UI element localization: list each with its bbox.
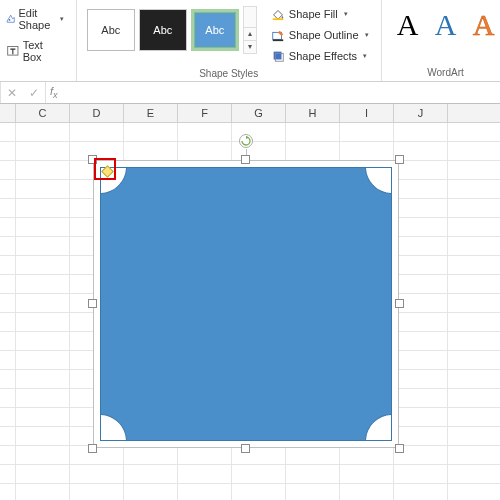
shape-fill-button[interactable]: Shape Fill ▾ (267, 4, 373, 24)
style-swatch-3-selected[interactable]: Abc (191, 9, 239, 51)
column-header-f[interactable]: F (178, 104, 232, 122)
selection-outline (93, 160, 399, 448)
edit-shape-icon (6, 12, 15, 26)
column-headers: C D E F G H I J (0, 104, 500, 123)
rotate-handle[interactable] (239, 134, 253, 148)
wordart-style-3[interactable]: A (466, 4, 500, 46)
spreadsheet-grid: C D E F G H I J (0, 104, 500, 500)
group-label-insert (34, 66, 37, 82)
formula-cancel-button[interactable]: ✕ (1, 86, 23, 100)
group-wordart: A A A WordArt (382, 0, 500, 81)
resize-handle-w[interactable] (88, 299, 97, 308)
shape-outline-label: Shape Outline (289, 29, 359, 41)
column-header-c[interactable]: C (16, 104, 70, 122)
shape-effects-label: Shape Effects (289, 50, 357, 62)
group-label-wordart: WordArt (427, 65, 464, 81)
formula-bar: ✕ ✓ fx (0, 82, 500, 104)
chevron-down-icon: ▾ (363, 52, 367, 60)
chevron-down-icon: ▾ (60, 15, 64, 23)
resize-handle-n[interactable] (241, 155, 250, 164)
effects-icon (271, 49, 285, 63)
selected-shape[interactable] (93, 160, 399, 448)
wordart-style-1[interactable]: A (390, 4, 426, 46)
chevron-up-icon: ▴ (244, 27, 256, 40)
group-insert-shapes: Edit Shape ▾ Text Box (0, 0, 77, 81)
edit-shape-label: Edit Shape (18, 7, 54, 31)
wordart-gallery: A A A (390, 4, 500, 46)
fx-icon[interactable]: fx (46, 85, 58, 100)
formula-accept-button[interactable]: ✓ (23, 86, 45, 100)
group-shape-styles: Abc Abc Abc ▴ ▾ Shape Fill ▾ (77, 0, 382, 81)
column-header-partial[interactable] (0, 104, 16, 122)
group-label-shape-styles: Shape Styles (199, 66, 258, 82)
column-header-g[interactable]: G (232, 104, 286, 122)
resize-handle-sw[interactable] (88, 444, 97, 453)
ribbon: Edit Shape ▾ Text Box Abc Abc Abc ▴ (0, 0, 500, 82)
shape-outline-button[interactable]: Shape Outline ▾ (267, 25, 373, 45)
style-swatch-2[interactable]: Abc (139, 9, 187, 51)
highlight-callout-box (94, 158, 116, 180)
column-header-i[interactable]: I (340, 104, 394, 122)
column-header-e[interactable]: E (124, 104, 178, 122)
shape-adjustment-handle[interactable] (101, 165, 114, 178)
bucket-icon (271, 7, 285, 21)
column-header-j[interactable]: J (394, 104, 448, 122)
pen-outline-icon (271, 28, 285, 42)
shape-style-gallery: Abc Abc Abc ▴ ▾ (85, 4, 259, 56)
svg-rect-2 (273, 18, 284, 20)
gallery-expand-button[interactable]: ▴ ▾ (243, 6, 257, 54)
shape-fill-label: Shape Fill (289, 8, 338, 20)
text-box-button[interactable]: Text Box (2, 36, 68, 66)
wordart-style-2[interactable]: A (428, 4, 464, 46)
chevron-down-icon: ▾ (365, 31, 369, 39)
svg-point-0 (9, 19, 11, 21)
chevron-down-icon: ▾ (244, 40, 256, 53)
chevron-down-icon: ▾ (344, 10, 348, 18)
resize-handle-ne[interactable] (395, 155, 404, 164)
resize-handle-s[interactable] (241, 444, 250, 453)
svg-rect-5 (273, 52, 281, 60)
resize-handle-se[interactable] (395, 444, 404, 453)
text-box-icon (6, 44, 20, 58)
column-header-d[interactable]: D (70, 104, 124, 122)
rounded-concave-rectangle[interactable] (100, 167, 392, 441)
text-box-label: Text Box (23, 39, 64, 63)
shape-effects-button[interactable]: Shape Effects ▾ (267, 46, 373, 66)
edit-shape-button[interactable]: Edit Shape ▾ (2, 4, 68, 34)
svg-rect-4 (273, 39, 284, 41)
style-swatch-1[interactable]: Abc (87, 9, 135, 51)
resize-handle-e[interactable] (395, 299, 404, 308)
formula-input[interactable] (58, 82, 500, 103)
column-header-h[interactable]: H (286, 104, 340, 122)
